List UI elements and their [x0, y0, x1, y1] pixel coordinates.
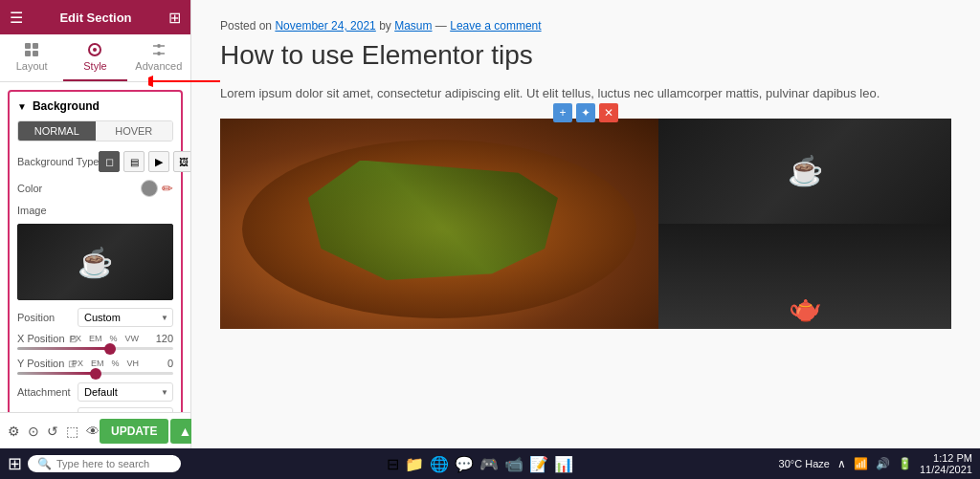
repeat-dropdown-wrapper: Default No Repeat Repeat Repeat X Repeat…	[78, 407, 173, 412]
y-position-row: Y Position ⊡ PX EM % VH 0	[17, 358, 173, 375]
color-controls: ✏	[141, 180, 173, 197]
color-swatch[interactable]	[141, 180, 158, 197]
taskbar-battery-icon: 🔋	[898, 457, 912, 470]
mode-tabs: NORMAL HOVER	[17, 120, 173, 142]
taskbar-right: 30°C Haze ∧ 📶 🔊 🔋 1:12 PM 11/24/2021	[779, 452, 972, 475]
taskbar-search-input[interactable]	[56, 458, 171, 469]
right-content: Posted on November 24, 2021 by Masum — L…	[191, 0, 980, 448]
tab-style[interactable]: Style	[63, 34, 126, 81]
taskbar-center-icons: ⊟ 📁 🌐 💬 🎮 📹 📝 📊	[387, 455, 573, 473]
taskbar-slack-icon[interactable]: 💬	[455, 455, 474, 473]
taskbar-app-icon[interactable]: 📊	[554, 455, 573, 473]
toolbar-left: ⚙ ⊙ ↺ ⬚ 👁	[8, 424, 100, 439]
pizza-bg	[220, 119, 658, 329]
responsive-icon[interactable]: ⬚	[66, 424, 78, 439]
attachment-dropdown[interactable]: Default Fixed Scroll	[78, 382, 173, 402]
taskbar-clock: 1:12 PM	[920, 452, 972, 464]
background-title: Background	[33, 99, 100, 113]
post-meta: Posted on November 24, 2021 by Masum — L…	[220, 19, 951, 33]
color-label: Color	[17, 183, 42, 194]
layers-icon[interactable]: ⊙	[28, 424, 39, 439]
bg-type-video[interactable]: ▶	[148, 151, 169, 172]
layout-icon	[24, 42, 39, 57]
image-label: Image	[17, 205, 47, 216]
collage-top-img	[658, 119, 951, 224]
image-collage	[220, 119, 951, 329]
taskbar-date: 11/24/2021	[920, 464, 972, 475]
taskbar-chrome-icon[interactable]: 🌐	[430, 455, 449, 473]
position-dropdown[interactable]: Custom Top Left Top Center Center Center…	[78, 308, 173, 327]
settings-icon[interactable]: ⚙	[8, 424, 20, 439]
update-controls: UPDATE ▲	[100, 419, 199, 444]
panel-header: ☰ Edit Section ⊞	[0, 0, 190, 34]
taskbar-discord-icon[interactable]: 🎮	[479, 455, 499, 473]
espresso-image	[658, 224, 951, 329]
bg-type-slideshow[interactable]: 🖼	[173, 151, 190, 172]
posted-on-text: Posted on	[220, 19, 272, 33]
coffee-image	[658, 119, 951, 224]
advanced-icon	[151, 42, 167, 57]
taskbar-wifi-icon: 📶	[854, 457, 868, 470]
position-label: Position	[17, 312, 55, 323]
taskbar-search: 🔍	[28, 455, 181, 472]
taskbar-arrow-up[interactable]: ∧	[837, 457, 846, 470]
taskbar-taskview-icon[interactable]: ⊟	[387, 455, 399, 473]
svg-point-6	[157, 44, 161, 48]
svg-rect-0	[25, 43, 31, 49]
panel-tabs: Layout Style Advanced	[0, 34, 190, 82]
tab-layout-label: Layout	[16, 60, 48, 72]
windows-start-icon[interactable]: ⊞	[8, 453, 22, 474]
bg-type-color[interactable]: ▤	[123, 151, 145, 172]
post-date[interactable]: November 24, 2021	[275, 19, 375, 33]
taskbar: ⊞ 🔍 ⊟ 📁 🌐 💬 🎮 📹 📝 📊 30°C Haze ∧ 📶 🔊 🔋 1:…	[0, 448, 980, 479]
post-title: How to use Elementor tips	[220, 40, 951, 71]
svg-rect-1	[33, 43, 38, 49]
taskbar-explorer-icon[interactable]: 📁	[405, 455, 424, 473]
image-label-row: Image	[17, 205, 173, 216]
tab-advanced[interactable]: Advanced	[127, 34, 190, 81]
hamburger-icon[interactable]: ☰	[10, 9, 23, 27]
taskbar-time: 1:12 PM 11/24/2021	[920, 452, 972, 475]
mode-tab-hover[interactable]: HOVER	[96, 121, 173, 141]
taskbar-word-icon[interactable]: 📝	[529, 455, 548, 473]
color-edit-icon[interactable]: ✏	[162, 181, 173, 196]
taskbar-left: ⊞ 🔍	[8, 453, 181, 474]
image-preview[interactable]	[17, 224, 173, 300]
tab-style-label: Style	[83, 60, 106, 72]
post-excerpt: Lorem ipsum dolor sit amet, consectetur …	[220, 84, 951, 103]
section-add-btn[interactable]: +	[553, 103, 572, 122]
tab-advanced-label: Advanced	[135, 60, 182, 72]
bottom-toolbar: ⚙ ⊙ ↺ ⬚ 👁 UPDATE ▲	[0, 412, 190, 448]
section-move-btn[interactable]: ✦	[576, 103, 595, 122]
x-position-slider[interactable]	[17, 347, 173, 350]
post-author[interactable]: Masum	[394, 19, 432, 33]
history-icon[interactable]: ↺	[47, 424, 58, 439]
section-delete-btn[interactable]: ✕	[599, 103, 618, 122]
repeat-dropdown[interactable]: Default No Repeat Repeat Repeat X Repeat…	[78, 407, 173, 412]
background-section-header[interactable]: ▼ Background	[17, 99, 173, 113]
image-section: + ✦ ✕	[220, 119, 951, 329]
panel-content: ▼ Background NORMAL HOVER Background Typ…	[0, 82, 190, 412]
color-row: Color ✏	[17, 180, 173, 197]
eye-icon[interactable]: 👁	[86, 424, 100, 439]
collapse-arrow: ▼	[17, 101, 27, 112]
taskbar-zoom-icon[interactable]: 📹	[504, 455, 523, 473]
tab-layout[interactable]: Layout	[0, 34, 63, 81]
x-position-row: X Position ⊡ PX EM % VW 120	[17, 333, 173, 350]
section-controls: + ✦ ✕	[553, 103, 618, 122]
grid-icon[interactable]: ⊞	[168, 9, 181, 27]
style-icon	[87, 42, 102, 57]
bg-type-controls: ◻ ▤ ▶ 🖼	[99, 151, 190, 172]
bg-type-label: Background Type	[17, 156, 99, 167]
mode-tab-normal[interactable]: NORMAL	[18, 121, 96, 141]
svg-rect-3	[33, 51, 38, 56]
comment-link[interactable]: Leave a comment	[450, 19, 541, 33]
y-position-slider[interactable]	[17, 372, 173, 375]
bg-type-none[interactable]: ◻	[99, 151, 120, 172]
bg-type-row: Background Type ◻ ▤ ▶ 🖼	[17, 151, 173, 172]
taskbar-weather: 30°C Haze	[779, 458, 830, 469]
attachment-label: Attachment	[17, 386, 71, 398]
panel-title: Edit Section	[59, 11, 131, 25]
left-panel: ☰ Edit Section ⊞ Layout Style	[0, 0, 191, 448]
update-button[interactable]: UPDATE	[100, 419, 168, 444]
